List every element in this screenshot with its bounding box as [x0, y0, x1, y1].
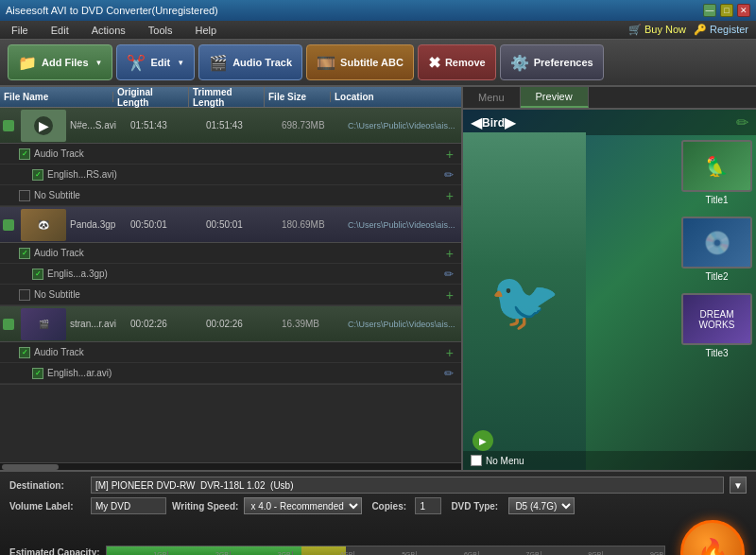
audio-check-3[interactable]: ✓ — [19, 347, 30, 358]
destination-input[interactable] — [91, 477, 724, 494]
play-overlay: ▶ — [472, 430, 493, 451]
copies-input[interactable] — [415, 497, 441, 514]
window-controls: — □ ✕ — [703, 4, 750, 17]
thumb-img-2[interactable]: 💿 — [681, 217, 752, 269]
add-files-dropdown-arrow[interactable]: ▼ — [95, 59, 103, 67]
play-icon-1[interactable]: ▶ — [34, 116, 53, 135]
bottom-panel: Destination: ▼ Volume Label: Writing Spe… — [0, 470, 756, 555]
nav-label: Bird — [482, 116, 505, 130]
edit-nav-icon[interactable]: ✏ — [736, 113, 748, 131]
burn-button[interactable]: 🔥 — [680, 520, 745, 555]
file-row-1[interactable]: ▶ N#e...S.avi 01:51:43 01:51:43 698.73MB… — [0, 108, 461, 144]
subtitle-button[interactable]: 🎞️ Subtitle ABC — [306, 44, 414, 80]
capacity-row: Estimated Capacity: 1GB 2GB 3GB 4GB 5GB … — [9, 518, 747, 555]
menu-file[interactable]: File — [8, 23, 32, 38]
file-size-2: 180.69MB — [278, 219, 344, 230]
capacity-used-green — [107, 546, 302, 555]
destination-dropdown[interactable]: ▼ — [730, 477, 747, 494]
nav-next-arrow[interactable]: ▶ — [505, 113, 516, 131]
play-preview-button[interactable]: ▶ — [472, 430, 493, 451]
horizontal-scrollbar[interactable] — [0, 462, 461, 470]
remove-button[interactable]: ✖ Remove — [418, 44, 496, 80]
file-list-header: File Name Original Length Trimmed Length… — [0, 87, 461, 108]
menu-tools[interactable]: Tools — [145, 23, 177, 38]
capacity-free — [346, 546, 664, 555]
edit-audio-icon-3[interactable]: ✏ — [444, 367, 454, 380]
col-header-trim: Trimmed Length — [189, 87, 265, 108]
writing-speed-label: Writing Speed: — [172, 501, 238, 512]
file-orig-3: 00:02:26 — [127, 319, 202, 329]
preferences-button[interactable]: ⚙️ Preferences — [500, 44, 604, 80]
volume-input[interactable] — [91, 497, 166, 514]
dvd-type-select[interactable]: D5 (4.7G) — [508, 497, 575, 514]
menu-actions[interactable]: Actions — [88, 23, 129, 38]
minimize-button[interactable]: — — [703, 4, 716, 17]
audio-sub-label-3: English...ar.avi) — [47, 368, 112, 378]
file-name-3: stran...r.avi — [70, 319, 127, 329]
menu-bar: File Edit Actions Tools Help 🛒 Buy Now 🔑… — [0, 21, 756, 40]
thumb-title-3: Title3 — [705, 348, 728, 358]
title-bar: Aiseesoft AVI to DVD Converter(Unregiste… — [0, 0, 756, 21]
add-audio-icon-2[interactable]: + — [446, 246, 454, 261]
audio-track-button[interactable]: 🎬 Audio Track — [198, 44, 302, 80]
file-name-2: Panda.3gp — [70, 219, 127, 230]
gear-icon: ⚙️ — [510, 54, 529, 72]
thumb-img-3[interactable]: DREAMWORKS — [681, 293, 752, 345]
thumb-bg-2: 💿 — [683, 218, 750, 267]
tab-preview[interactable]: Preview — [521, 87, 589, 108]
file-name-1: N#e...S.avi — [70, 120, 127, 130]
audio-sub-row-3: ✓ English...ar.avi) ✏ — [0, 363, 461, 384]
writing-speed-select[interactable]: x 4.0 - Recommended — [244, 497, 362, 514]
nav-prev-arrow[interactable]: ◀ — [471, 113, 482, 131]
status-dot-3 — [3, 319, 14, 330]
edit-audio-icon-1[interactable]: ✏ — [444, 168, 454, 182]
no-menu-checkbox[interactable] — [471, 455, 482, 466]
register-link[interactable]: 🔑 Register — [694, 24, 748, 36]
audio-sub-check-2[interactable]: ✓ — [32, 269, 43, 280]
tab-menu[interactable]: Menu — [463, 87, 521, 108]
add-subtitle-icon-2[interactable]: + — [446, 287, 454, 303]
close-button[interactable]: ✕ — [737, 4, 750, 17]
capacity-used-yellow — [301, 546, 346, 555]
file-list-body[interactable]: ▶ N#e...S.avi 01:51:43 01:51:43 698.73MB… — [0, 108, 461, 462]
thumb-container-3: DREAMWORKS Title3 — [681, 293, 752, 358]
status-dot-1 — [3, 120, 14, 131]
add-subtitle-icon-1[interactable]: + — [446, 188, 454, 203]
row-indicator-3 — [0, 319, 17, 330]
row-indicator-2 — [0, 219, 17, 231]
file-orig-1: 01:51:43 — [127, 120, 202, 130]
add-audio-icon-3[interactable]: + — [446, 345, 454, 360]
file-row-3[interactable]: 🎬 stran...r.avi 00:02:26 00:02:26 16.39M… — [0, 306, 461, 342]
add-files-button[interactable]: 📁 Add Files ▼ — [8, 44, 112, 80]
menu-help[interactable]: Help — [191, 23, 220, 38]
edit-audio-icon-2[interactable]: ✏ — [444, 268, 454, 281]
right-panel: Menu Preview ◀ Bird ▶ ✏ 🦜 — [463, 87, 756, 470]
subtitle-check-1[interactable] — [19, 190, 30, 201]
audio-check-2[interactable]: ✓ — [19, 248, 30, 259]
file-loc-1: C:\Users\Public\Videos\ais... — [344, 121, 461, 130]
edit-button[interactable]: ✂️ Edit ▼ — [116, 44, 195, 80]
thumbnails-row: 🦜 Title1 💿 Title2 — [576, 136, 756, 362]
buy-now-link[interactable]: 🛒 Buy Now — [628, 24, 686, 36]
file-loc-2: C:\Users\Public\Videos\ais... — [344, 220, 461, 230]
add-audio-icon-1[interactable]: + — [446, 147, 454, 162]
subtitle-row-2: No Subtitle + — [0, 285, 461, 305]
audio-sub-check-3[interactable]: ✓ — [32, 368, 43, 379]
edit-dropdown-arrow[interactable]: ▼ — [177, 59, 184, 67]
maximize-button[interactable]: □ — [720, 4, 733, 17]
subtitle-check-2[interactable] — [19, 289, 30, 301]
file-row-2[interactable]: 🐼 Panda.3gp 00:50:01 00:50:01 180.69MB C… — [0, 207, 461, 243]
subtitle-row-1: No Subtitle + — [0, 185, 461, 206]
file-size-3: 16.39MB — [278, 319, 344, 329]
scrollbar-thumb-h[interactable] — [2, 464, 59, 470]
file-size-1: 698.73MB — [278, 120, 344, 130]
settings-row: Volume Label: Writing Speed: x 4.0 - Rec… — [9, 497, 747, 514]
preview-area: ◀ Bird ▶ ✏ 🦜 Title1 — [463, 110, 756, 470]
menu-edit[interactable]: Edit — [47, 23, 73, 38]
thumb-container-2: 💿 Title2 — [681, 217, 752, 282]
audio-track-label-2: Audio Track — [34, 248, 84, 258]
audio-check-1[interactable]: ✓ — [19, 148, 30, 160]
col-header-loc: Location — [331, 92, 461, 102]
thumb-img-1[interactable]: 🦜 — [681, 140, 752, 192]
audio-sub-check-1[interactable]: ✓ — [32, 169, 43, 181]
